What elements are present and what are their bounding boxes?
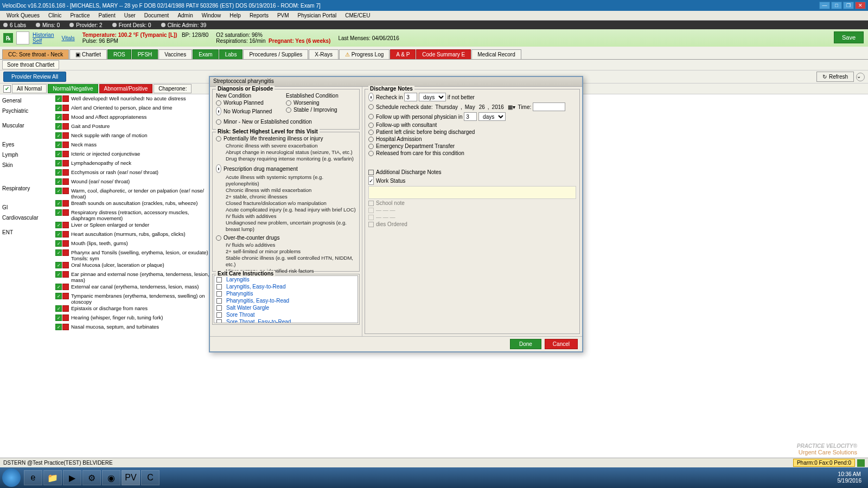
radio-risk2[interactable] bbox=[216, 164, 221, 173]
task-chrome-icon[interactable]: ◉ bbox=[102, 470, 120, 485]
chk-school[interactable] bbox=[368, 201, 374, 206]
normal-box[interactable]: ✓ bbox=[55, 114, 62, 120]
abnormal-box[interactable] bbox=[62, 132, 69, 139]
exit-item[interactable]: Sore Throat bbox=[214, 311, 358, 318]
recheck-input[interactable] bbox=[404, 93, 417, 101]
system-label[interactable]: Muscular bbox=[2, 121, 52, 130]
menu-admin[interactable]: Admin bbox=[173, 12, 197, 18]
system-clock[interactable]: 10:36 AM5/19/2016 bbox=[838, 471, 866, 484]
menu-practice[interactable]: Practice bbox=[66, 12, 94, 18]
task-media-icon[interactable]: ▶ bbox=[63, 470, 81, 485]
system-label[interactable] bbox=[2, 195, 52, 197]
system-label[interactable]: ENT bbox=[2, 228, 52, 236]
work-status-area[interactable] bbox=[368, 186, 576, 199]
date-picker[interactable]: Thursday,May 26,2016 ▦▾ bbox=[434, 104, 516, 110]
abnormal-box[interactable] bbox=[62, 169, 69, 176]
filter-allnormal[interactable]: All Normal bbox=[12, 84, 47, 93]
status-mins[interactable]: Mins: 0 bbox=[36, 22, 60, 28]
check-icon[interactable]: ✔ bbox=[3, 85, 11, 93]
task-settings-icon[interactable]: ⚙ bbox=[82, 470, 101, 485]
maximize-button[interactable]: □ bbox=[831, 2, 842, 9]
abnormal-box[interactable] bbox=[62, 160, 69, 166]
exit-checkbox[interactable] bbox=[216, 298, 222, 304]
menu-work-queues[interactable]: Work Queues bbox=[2, 12, 44, 18]
menu-user[interactable]: User bbox=[120, 12, 140, 18]
cancel-button[interactable]: Cancel bbox=[545, 339, 578, 349]
system-label[interactable] bbox=[2, 180, 52, 182]
radio-recheck[interactable] bbox=[368, 93, 374, 101]
filter-normal[interactable]: Normal/Negative bbox=[48, 84, 98, 93]
menu-patient[interactable]: Patient bbox=[94, 12, 120, 18]
abnormal-box[interactable] bbox=[62, 114, 69, 120]
menu-clinic[interactable]: Clinic bbox=[44, 12, 66, 18]
tab-labs[interactable]: Labs bbox=[219, 49, 243, 59]
tab-exam[interactable]: Exam bbox=[193, 49, 219, 59]
task-ie-icon[interactable]: e bbox=[24, 470, 42, 485]
tab-medrecord[interactable]: Medical Record bbox=[471, 49, 521, 59]
status-clinicadmin[interactable]: Clinic Admin: 39 bbox=[161, 22, 207, 28]
radio-noworkup[interactable] bbox=[216, 107, 221, 115]
normal-box[interactable]: ✓ bbox=[55, 123, 62, 130]
normal-box[interactable]: ✓ bbox=[55, 324, 62, 330]
tab-cc[interactable]: CC: Sore throat - Neck bbox=[2, 49, 69, 59]
normal-box[interactable]: ✓ bbox=[55, 132, 62, 139]
exit-item[interactable]: Pharyngitis bbox=[214, 290, 358, 297]
abnormal-box[interactable] bbox=[62, 209, 69, 216]
exit-item[interactable]: Pharyngitis, Easy-to-Read bbox=[214, 297, 358, 304]
abnormal-box[interactable] bbox=[62, 324, 69, 330]
chk-blur1[interactable] bbox=[368, 208, 374, 213]
exit-item[interactable]: Laryngitis, Easy-to-Read bbox=[214, 283, 358, 290]
minimize-button[interactable]: — bbox=[819, 2, 830, 9]
radio-left[interactable] bbox=[368, 130, 374, 135]
abnormal-box[interactable] bbox=[62, 151, 69, 157]
normal-box[interactable]: ✓ bbox=[55, 200, 62, 207]
normal-box[interactable]: ✓ bbox=[55, 305, 62, 312]
radio-workup[interactable] bbox=[216, 100, 221, 106]
normal-box[interactable]: ✓ bbox=[55, 271, 62, 278]
task-app1-icon[interactable]: PV bbox=[122, 470, 140, 485]
abnormal-box[interactable] bbox=[62, 123, 69, 130]
normal-box[interactable]: ✓ bbox=[55, 151, 62, 157]
normal-box[interactable]: ✓ bbox=[55, 284, 62, 290]
abnormal-box[interactable] bbox=[62, 284, 69, 290]
system-label[interactable] bbox=[2, 132, 52, 134]
abnormal-box[interactable] bbox=[62, 105, 69, 111]
radio-sched[interactable] bbox=[368, 104, 374, 110]
chk-work[interactable] bbox=[368, 176, 374, 185]
abnormal-box[interactable] bbox=[62, 271, 69, 278]
pharm-status[interactable]: Pharm:0 Fax:0 Pend:0 bbox=[793, 459, 855, 467]
follow-input[interactable] bbox=[464, 112, 477, 121]
system-label[interactable] bbox=[2, 176, 52, 178]
chk-blur2[interactable] bbox=[368, 215, 374, 220]
recheck-unit[interactable]: days bbox=[419, 93, 446, 101]
normal-box[interactable]: ✓ bbox=[55, 240, 62, 247]
menu-reports[interactable]: Reports bbox=[245, 12, 273, 18]
refresh-button[interactable]: ↻Refresh bbox=[816, 72, 854, 82]
abnormal-box[interactable] bbox=[62, 142, 69, 148]
abnormal-box[interactable] bbox=[62, 222, 69, 228]
normal-box[interactable]: ✓ bbox=[55, 188, 62, 194]
normal-box[interactable]: ✓ bbox=[55, 105, 62, 111]
system-label[interactable] bbox=[2, 136, 52, 138]
rx-icon[interactable]: ℞ bbox=[3, 33, 13, 43]
system-label[interactable] bbox=[2, 171, 52, 174]
close-button[interactable]: ✕ bbox=[855, 2, 866, 9]
self-link[interactable]: Self bbox=[33, 38, 42, 44]
tab-ap[interactable]: A & P bbox=[390, 49, 416, 59]
tab-chartlet[interactable]: ▣ Chartlet bbox=[69, 49, 107, 59]
abnormal-box[interactable] bbox=[62, 249, 69, 256]
task-app2-icon[interactable]: C bbox=[141, 470, 159, 485]
tab-procedures[interactable]: Procedures / Supplies bbox=[243, 49, 308, 59]
normal-box[interactable]: ✓ bbox=[55, 314, 62, 321]
system-label[interactable]: General bbox=[2, 97, 52, 105]
exit-item[interactable]: Salt Water Gargle bbox=[214, 304, 358, 311]
normal-box[interactable]: ✓ bbox=[55, 293, 62, 299]
tab-progress[interactable]: ⚠ Progress Log bbox=[339, 49, 390, 59]
radio-stable[interactable] bbox=[286, 107, 291, 113]
radio-ed[interactable] bbox=[368, 144, 374, 149]
exit-list[interactable]: LaryngitisLaryngitis, Easy-to-ReadPharyn… bbox=[214, 275, 358, 323]
exit-item[interactable]: Sore Throat, Easy-to-Read bbox=[214, 318, 358, 323]
follow-unit[interactable]: days bbox=[478, 112, 506, 121]
exit-checkbox[interactable] bbox=[216, 291, 222, 297]
chk-ordered[interactable] bbox=[368, 222, 374, 227]
